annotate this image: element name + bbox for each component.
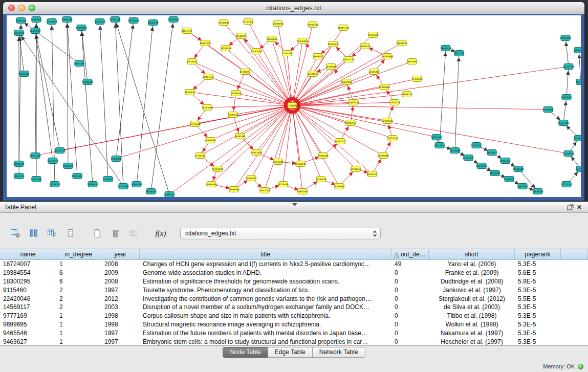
- graph-node[interactable]: 16189514: [227, 112, 238, 118]
- graph-node[interactable]: 19448744: [440, 46, 451, 51]
- table-cell[interactable]: 5.9E-5: [515, 278, 561, 285]
- column-header[interactable]: title: [140, 249, 391, 259]
- table-row[interactable]: 2242004622012Investigating the contribut…: [0, 294, 588, 303]
- tab-network-table[interactable]: Network Table: [312, 347, 365, 358]
- graph-edge[interactable]: [292, 105, 323, 156]
- table-row[interactable]: 1872400712008Changes of HCN gene express…: [0, 260, 588, 269]
- graph-edge[interactable]: [283, 105, 292, 184]
- graph-node[interactable]: 16052619: [200, 40, 211, 46]
- graph-node[interactable]: 16770712: [575, 166, 581, 172]
- show-columns-button[interactable]: [27, 226, 41, 240]
- graph-node[interactable]: 11485547: [307, 22, 318, 28]
- graph-node[interactable]: 17554300: [189, 121, 201, 127]
- table-cell[interactable]: 0: [391, 287, 429, 294]
- table-cell[interactable]: de Silva et al. (2003): [429, 303, 515, 311]
- graph-node[interactable]: 15057822: [15, 18, 27, 24]
- graph-node[interactable]: 18289389: [378, 153, 389, 159]
- graph-edge[interactable]: [100, 21, 108, 179]
- graph-node[interactable]: 19588050: [206, 182, 217, 187]
- table-cell[interactable]: 5.3E-5: [515, 287, 561, 294]
- table-cell[interactable]: 9777169: [0, 312, 56, 319]
- panel-resize-grip[interactable]: [292, 203, 297, 206]
- graph-node[interactable]: 17240438: [287, 103, 298, 108]
- graph-edge[interactable]: [292, 25, 313, 105]
- graph-edge[interactable]: [81, 28, 93, 184]
- graph-node[interactable]: 12912767: [259, 188, 270, 193]
- graph-node[interactable]: 19924510: [145, 189, 157, 194]
- graph-edge[interactable]: [440, 48, 446, 145]
- graph-node[interactable]: 18597885: [234, 134, 246, 139]
- graph-edge[interactable]: [226, 48, 292, 105]
- table-row[interactable]: 1830029562008Estimation of significance …: [0, 277, 588, 286]
- table-cell[interactable]: Yano et al. (2008): [429, 260, 515, 268]
- graph-node[interactable]: 16644866: [272, 21, 284, 27]
- graph-edge[interactable]: [21, 20, 79, 63]
- graph-node[interactable]: 20031567: [74, 61, 85, 67]
- table-cell[interactable]: 9465546: [0, 330, 56, 337]
- graph-node[interactable]: 17554340: [128, 18, 139, 24]
- table-cell[interactable]: 0: [391, 321, 429, 328]
- graph-node[interactable]: 15952850: [251, 150, 262, 156]
- tab-edge-table[interactable]: Edge Table: [268, 347, 313, 358]
- graph-node[interactable]: 18846228: [147, 20, 159, 26]
- graph-node[interactable]: 14745448: [382, 54, 393, 59]
- table-cell[interactable]: 1997: [101, 287, 140, 294]
- table-cell[interactable]: Changes of HCN gene expression and I(f) …: [140, 260, 391, 268]
- graph-node[interactable]: 16237581: [558, 120, 569, 126]
- graph-edge[interactable]: [233, 115, 240, 136]
- column-header[interactable]: in_degree: [56, 249, 101, 259]
- graph-node[interactable]: 21235312: [471, 143, 482, 148]
- graph-edge[interactable]: [233, 93, 236, 115]
- table-cell[interactable]: 5.3E-5: [515, 303, 561, 311]
- table-cell[interactable]: 6: [56, 278, 101, 285]
- close-panel-icon[interactable]: ✕: [575, 203, 584, 211]
- table-cell[interactable]: Estimation of the future numbers of pati…: [140, 330, 391, 337]
- table-cell[interactable]: 0: [391, 278, 429, 285]
- table-cell[interactable]: Estimation of significance thresholds fo…: [140, 278, 391, 285]
- graph-node[interactable]: 16344560: [307, 71, 318, 77]
- graph-node[interactable]: 18945720: [338, 25, 349, 31]
- graph-node[interactable]: 11125122: [243, 19, 254, 25]
- table-cell[interactable]: 9115460: [0, 287, 56, 294]
- table-cell[interactable]: 1: [56, 338, 101, 345]
- graph-node[interactable]: 17785699: [573, 136, 581, 141]
- graph-node[interactable]: 22280843: [218, 20, 229, 26]
- table-disabled-button[interactable]: [127, 226, 141, 240]
- graph-node[interactable]: 19122604: [449, 148, 461, 154]
- graph-node[interactable]: 18272514: [563, 64, 574, 70]
- graph-node[interactable]: 16959921: [476, 163, 487, 169]
- graph-node[interactable]: 16415884: [368, 69, 380, 75]
- graph-node[interactable]: 15851529: [387, 136, 398, 141]
- graph-node[interactable]: 19412108: [575, 79, 581, 85]
- graph-node[interactable]: 17771210: [561, 182, 572, 187]
- graph-node[interactable]: 19668102: [513, 166, 524, 172]
- graph-edge[interactable]: [207, 105, 292, 107]
- column-header[interactable]: short: [429, 249, 515, 259]
- graph-edge[interactable]: [278, 24, 292, 105]
- table-cell[interactable]: 0: [391, 303, 429, 311]
- graph-node[interactable]: 20811531: [203, 74, 214, 80]
- graph-edge[interactable]: [240, 105, 292, 136]
- graph-node[interactable]: 19330631: [184, 90, 195, 95]
- graph-node[interactable]: 10553721: [13, 173, 25, 179]
- new-file-button[interactable]: [90, 226, 104, 240]
- graph-node[interactable]: 12100654: [563, 151, 574, 157]
- graph-node[interactable]: 17999312: [164, 192, 175, 198]
- table-cell[interactable]: 1998: [101, 312, 140, 319]
- graph-node[interactable]: 19096005: [205, 138, 216, 143]
- table-cell[interactable]: Structural magnetic resonance image aver…: [140, 321, 391, 328]
- graph-node[interactable]: 18817327: [181, 28, 192, 34]
- graph-node[interactable]: 18544761: [131, 182, 142, 187]
- zoom-button[interactable]: [29, 5, 35, 11]
- graph-edge[interactable]: [278, 105, 292, 162]
- graph-node[interactable]: 17554391: [102, 177, 114, 182]
- graph-node[interactable]: 17236541: [194, 153, 206, 159]
- table-cell[interactable]: Corpus callosum shape and size in male p…: [140, 312, 391, 319]
- graph-node[interactable]: 17999364: [228, 187, 239, 192]
- graph-node[interactable]: 18950845: [341, 79, 352, 85]
- graph-node[interactable]: 20924500: [532, 189, 543, 194]
- graph-edge[interactable]: [579, 50, 581, 82]
- graph-node[interactable]: 18193092: [168, 17, 179, 23]
- table-cell[interactable]: 0: [391, 330, 429, 337]
- graph-edge[interactable]: [565, 38, 569, 67]
